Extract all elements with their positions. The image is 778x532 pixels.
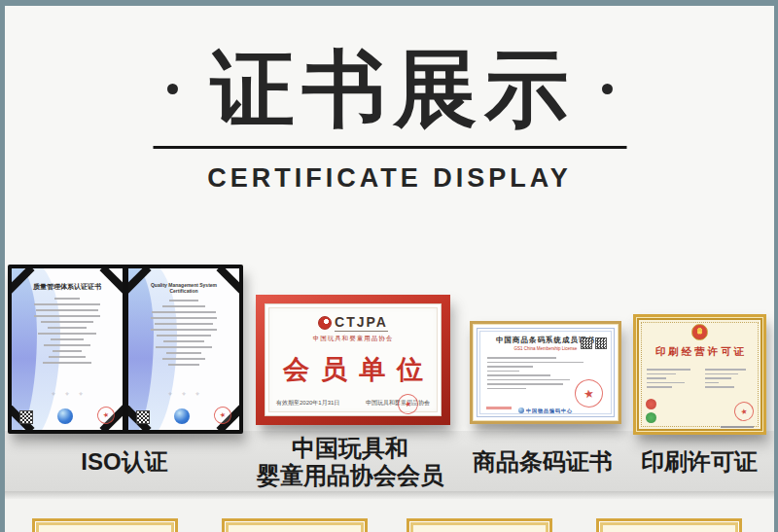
redacted-text-line [487, 362, 584, 364]
panel-footer: ★ [19, 407, 115, 424]
redacted-text-line [155, 323, 213, 325]
redacted-text-block [25, 298, 109, 364]
national-emblem-icon: ★ [691, 324, 708, 340]
redacted-text-line [647, 386, 672, 388]
iso-title-cn: 质量管理体系认证证书 [18, 282, 117, 292]
redacted-text-line [157, 335, 210, 337]
red-seal-icon: ★ [396, 392, 420, 416]
redacted-text-line [487, 379, 570, 381]
redacted-text-line [487, 357, 556, 359]
content-panel: 证书展示 CERTIFICATE DISPLAY 质量管理体系认证证书 [5, 6, 774, 532]
seal-star-icon: ★ [740, 407, 749, 416]
redacted-text-line [647, 369, 690, 371]
label-iso: ISO认证 [18, 448, 231, 476]
accreditation-mark-icon: ✧ [167, 390, 172, 397]
redacted-text-line [162, 305, 206, 307]
redacted-text-line [36, 309, 98, 311]
redacted-text-line [51, 338, 84, 340]
section-header: 证书展示 [5, 41, 774, 137]
label-ctjpa: 中国玩具和 婴童用品协会会员 [243, 435, 457, 488]
redacted-text-line [647, 377, 666, 379]
redacted-text-line [44, 344, 90, 346]
iso-panel-cn: 质量管理体系认证证书 ✧ ✧ ✧ ★ [12, 268, 123, 430]
redacted-text-line [487, 374, 550, 376]
redacted-text-line [705, 373, 739, 375]
next-certificate-peek [596, 518, 742, 532]
redacted-text-block [142, 300, 226, 366]
redacted-text-line [705, 369, 746, 371]
ctjpa-emblem-icon [318, 316, 332, 330]
redacted-text-line [162, 358, 206, 360]
printing-body [647, 366, 753, 388]
validity-text: 有效期至2020年1月31日 [276, 399, 339, 408]
globe-logo-icon [174, 408, 190, 424]
redacted-text-line [705, 382, 720, 384]
red-seal-icon: ★ [212, 405, 233, 426]
redacted-text-line [705, 386, 735, 388]
title-dot-left-icon [167, 84, 178, 94]
redacted-text-line [34, 303, 101, 305]
redacted-text-line [151, 317, 218, 319]
redacted-text-line [151, 329, 216, 331]
barcode-paper: 中国商品条码系统成员证书 GS1 China Membership Licens… [477, 328, 615, 417]
accreditation-marks: ✧ ✧ ✧ [12, 390, 123, 397]
qr-code-icon [19, 410, 33, 424]
redacted-text-line [43, 362, 91, 364]
redacted-text-block [647, 366, 695, 388]
next-certificate-peek [407, 518, 552, 532]
qr-codes [581, 337, 607, 349]
ctjpa-paper: CTJPA 中国玩具和婴童用品协会 会员单位 有效期至2020年1月31日 中国… [265, 303, 442, 416]
qr-code-icon [595, 337, 607, 349]
redacted-text-line [487, 388, 526, 390]
emblem-star-icon: ★ [697, 329, 702, 336]
iso-title-en: Quality Management System Certification [136, 282, 231, 294]
promo-section: 证书展示 CERTIFICATE DISPLAY 质量管理体系认证证书 [0, 0, 778, 532]
redacted-text-line [48, 327, 87, 329]
accreditation-mark-icon: ✧ [195, 390, 200, 397]
certificate-printing: ★ 印刷经营许可证 ★ [633, 314, 766, 435]
ctjpa-logo-text: CTJPA [335, 314, 388, 332]
redacted-text-line [53, 350, 81, 352]
redacted-text-line [647, 373, 676, 375]
green-stamp-icon [646, 412, 656, 423]
certificate-barcode: 中国商品条码系统成员证书 GS1 China Membership Licens… [470, 321, 621, 424]
next-certificate-peek [32, 518, 178, 532]
membership-headline: 会员单位 [271, 352, 435, 387]
label-ctjpa-line1: 中国玩具和 [243, 435, 457, 462]
title-dot-right-icon [602, 84, 613, 94]
seal-star-icon: ★ [583, 386, 595, 401]
redacted-text-line [487, 366, 533, 368]
accreditation-mark-icon: ✧ [79, 390, 84, 397]
label-printing: 印刷许可证 [602, 448, 774, 476]
red-seal-icon: ★ [95, 405, 117, 426]
redacted-text-line [152, 311, 215, 313]
iso-panel-en: Quality Management System Certification … [128, 268, 239, 430]
qr-code-icon [136, 410, 150, 424]
redacted-text-line [38, 333, 96, 335]
red-stamp-icon [646, 399, 656, 409]
redacted-text-line [705, 377, 731, 379]
label-ctjpa-line2: 婴童用品协会会员 [243, 462, 457, 489]
accreditation-mark-icon: ✧ [181, 390, 186, 397]
association-name: 中国玩具和婴童用品协会 [313, 335, 394, 343]
panel-footer: ★ [136, 407, 231, 424]
redacted-text-line [156, 346, 212, 348]
globe-logo-icon [57, 408, 73, 424]
redacted-text-line [721, 426, 754, 428]
redacted-text-line [163, 340, 203, 342]
shelf-edge [5, 491, 774, 499]
redacted-text-line [34, 315, 99, 317]
header-divider [153, 146, 626, 149]
barcode-issuer: 中国物品编码中心 [477, 408, 614, 413]
redacted-text-line [169, 300, 199, 301]
seal-star-icon: ★ [404, 399, 412, 408]
printing-title: 印刷经营许可证 [636, 345, 763, 359]
redacted-text-line [487, 383, 563, 385]
page-title: 证书展示 [203, 41, 577, 137]
seal-star-icon: ★ [102, 410, 110, 419]
redacted-text-line [54, 298, 80, 300]
certificate-ctjpa: CTJPA 中国玩具和婴童用品协会 会员单位 有效期至2020年1月31日 中国… [256, 295, 450, 425]
accreditation-mark-icon: ✧ [64, 390, 69, 397]
issuer-text: 中国物品编码中心 [526, 408, 573, 413]
accreditation-marks: ✧ ✧ ✧ [128, 390, 239, 397]
